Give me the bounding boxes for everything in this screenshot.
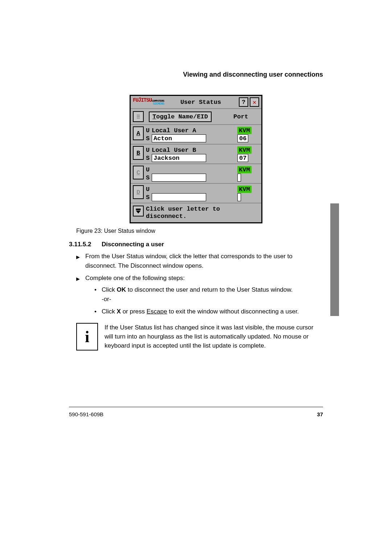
user-status-window: FUĴITSUCOMPUTERS SIEMENS User Status ? ✕… [130, 95, 262, 223]
user-row-a: A ULocal User A SActon KVM 06 [131, 125, 261, 145]
user-a-name: Local User A [152, 127, 235, 134]
server-d-port [237, 193, 241, 201]
hint-bar: Click user letter todisconnect. [131, 203, 261, 222]
server-c-name [152, 174, 206, 182]
server-b-port: 07 [237, 154, 248, 162]
step-2b: Click X or press Escape to exit the wind… [94, 307, 323, 316]
server-c-port [237, 174, 241, 182]
sort-icon[interactable] [133, 111, 144, 122]
fujitsu-siemens-logo: FUĴITSUCOMPUTERS SIEMENS [133, 99, 164, 105]
footer-rule [69, 407, 323, 407]
user-letter-a-button[interactable]: A [133, 126, 144, 140]
user-b-name: Local User B [152, 147, 235, 154]
section-header: Viewing and disconnecting user connectio… [69, 71, 323, 78]
step-2: Complete one of the following steps: Cli… [76, 274, 323, 316]
step-2a: Click OK to disconnect the user and retu… [94, 285, 323, 304]
user-a-port: KVM [237, 127, 252, 134]
svg-marker-4 [136, 211, 140, 214]
figure-caption: Figure 23: User Status window [76, 228, 323, 234]
scroll-down-icon[interactable] [133, 206, 144, 216]
server-a-port: 06 [237, 134, 248, 142]
doc-id: 590-591-609B [69, 411, 103, 417]
user-c-port: KVM [237, 166, 252, 173]
port-header: Port [222, 113, 259, 120]
step-1: From the User Status window, click the l… [76, 252, 323, 271]
svg-rect-3 [136, 208, 140, 210]
user-b-port: KVM [237, 146, 252, 154]
user-letter-c-button: C [133, 166, 144, 179]
thumb-tab [330, 203, 339, 316]
info-icon: i [76, 323, 98, 351]
subheading: 3.11.5.2Disconnecting a user [69, 241, 323, 248]
close-button[interactable]: ✕ [250, 97, 259, 107]
user-row-b: B ULocal User B SJackson KVM 07 [131, 145, 261, 164]
user-row-d: D U S KVM [131, 184, 261, 203]
user-letter-b-button[interactable]: B [133, 146, 144, 160]
server-d-name [152, 193, 206, 201]
user-d-port: KVM [237, 186, 252, 193]
page-number: 37 [317, 411, 323, 417]
note-text: If the User Status list has changed sinc… [105, 323, 323, 351]
user-row-c: C U S KVM [131, 164, 261, 184]
window-title: User Status [180, 99, 221, 106]
server-a-name: Acton [152, 134, 206, 142]
help-button[interactable]: ? [239, 97, 248, 107]
server-b-name: Jackson [152, 154, 206, 162]
user-letter-d-button: D [133, 185, 144, 199]
toggle-name-eid-button[interactable]: Toggle Name/EID [149, 112, 212, 122]
